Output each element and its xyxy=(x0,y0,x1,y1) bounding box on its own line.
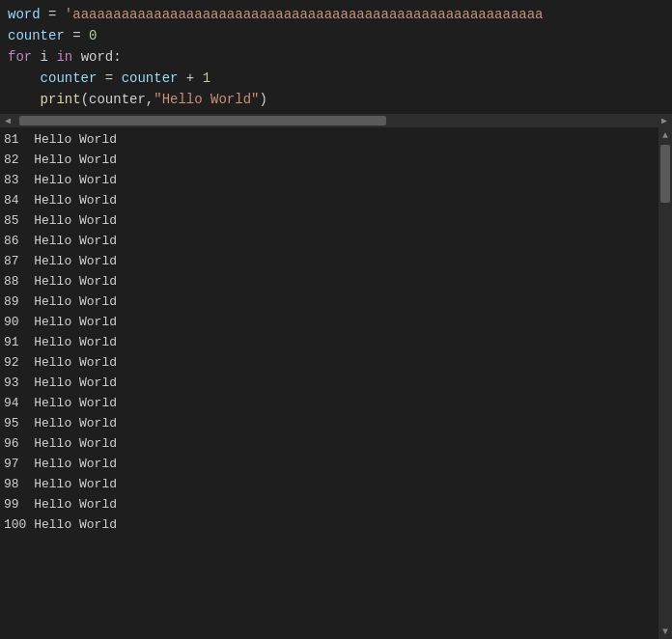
vertical-scrollbar[interactable]: ▲ ▼ xyxy=(658,127,672,639)
scroll-track[interactable] xyxy=(658,143,672,624)
output-line: 98 Hello World xyxy=(0,474,658,494)
output-line: 84 Hello World xyxy=(0,190,658,210)
code-section: word = 'aaaaaaaaaaaaaaaaaaaaaaaaaaaaaaaa… xyxy=(0,0,672,114)
horizontal-scrollbar[interactable]: ◀ ▶ xyxy=(0,114,672,127)
horizontal-scroll-thumb[interactable] xyxy=(19,116,386,125)
output-line: 92 Hello World xyxy=(0,352,658,373)
output-line: 95 Hello World xyxy=(0,413,658,433)
output-section: 81 Hello World82 Hello World83 Hello Wor… xyxy=(0,127,672,639)
output-line: 100 Hello World xyxy=(0,514,658,535)
code-line-5: print(counter,"Hello World") xyxy=(8,89,664,110)
output-line: 83 Hello World xyxy=(0,170,658,190)
output-line: 96 Hello World xyxy=(0,433,658,454)
code-line-3: for i in word: xyxy=(8,46,664,68)
scroll-down-arrow[interactable]: ▼ xyxy=(658,624,672,639)
output-line: 82 Hello World xyxy=(0,150,658,170)
scroll-up-arrow[interactable]: ▲ xyxy=(658,127,672,143)
output-line: 85 Hello World xyxy=(0,210,658,231)
output-lines: 81 Hello World82 Hello World83 Hello Wor… xyxy=(0,127,658,639)
output-line: 87 Hello World xyxy=(0,251,658,271)
output-line: 93 Hello World xyxy=(0,373,658,393)
output-line: 88 Hello World xyxy=(0,271,658,292)
code-line-2: counter = 0 xyxy=(8,25,664,46)
output-line: 90 Hello World xyxy=(0,312,658,332)
output-line: 81 Hello World xyxy=(0,129,658,150)
output-line: 86 Hello World xyxy=(0,231,658,251)
editor-container: word = 'aaaaaaaaaaaaaaaaaaaaaaaaaaaaaaaa… xyxy=(0,0,672,639)
output-line: 94 Hello World xyxy=(0,393,658,413)
code-line-1: word = 'aaaaaaaaaaaaaaaaaaaaaaaaaaaaaaaa… xyxy=(8,4,664,25)
output-line: 99 Hello World xyxy=(0,494,658,514)
vertical-scroll-thumb[interactable] xyxy=(660,145,670,203)
output-line: 97 Hello World xyxy=(0,454,658,474)
code-line-4: counter = counter + 1 xyxy=(8,68,664,89)
output-line: 91 Hello World xyxy=(0,332,658,352)
output-line: 89 Hello World xyxy=(0,292,658,312)
scroll-right-arrow[interactable]: ▶ xyxy=(657,114,672,127)
